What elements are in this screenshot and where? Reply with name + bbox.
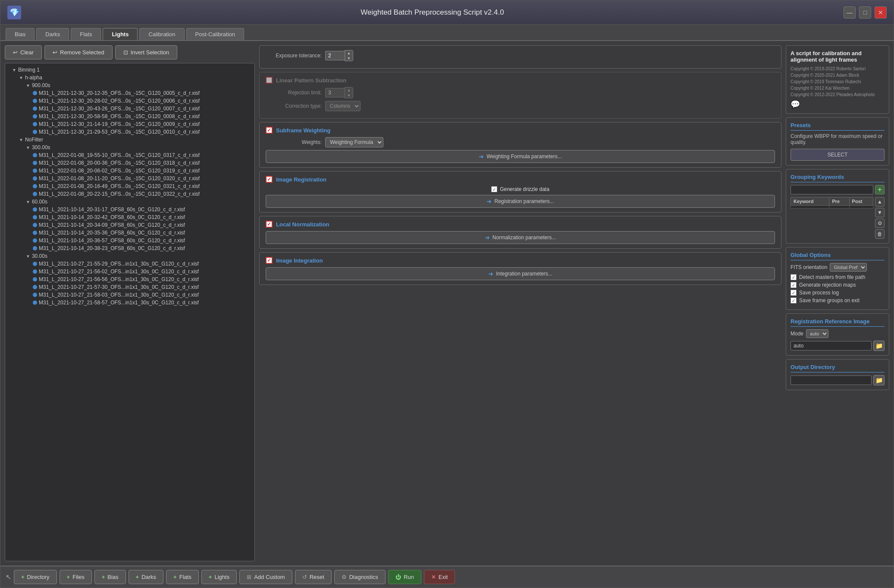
list-item[interactable]: M31_L_2021-12-30_20-58-58_OFS...0s_-15C_… [5, 113, 254, 120]
fits-orientation-select[interactable]: Global Pref [830, 263, 867, 272]
save-process-checkbox[interactable] [790, 290, 797, 296]
remove-selected-button[interactable]: ↩ Remove Selected [44, 45, 113, 59]
rejection-up-button[interactable]: ▲ [345, 88, 353, 93]
list-item[interactable]: M31_L_2021-12-30_20-12-35_OFS...0s_-15C_… [5, 89, 254, 97]
weighting-formula-button[interactable]: ➜ Weighting Formula parameters... [266, 150, 775, 163]
registration-params-button[interactable]: ➜ Registration parameters... [266, 195, 775, 208]
reg-ref-input[interactable] [790, 341, 872, 350]
list-item[interactable]: M31_L_2021-10-14_20-34-09_OFS8_60s_0C_G1… [5, 221, 254, 229]
reg-ref-browse-button[interactable]: 📁 [873, 341, 885, 351]
list-item[interactable]: M31_L_2021-10-14_20-35-36_OFS8_60s_0C_G1… [5, 229, 254, 237]
directory-button[interactable]: + Directory [14, 570, 57, 584]
local-norm-checkbox[interactable] [266, 221, 273, 228]
detect-masters-checkbox[interactable] [790, 274, 797, 280]
correction-select[interactable]: Columns [325, 101, 361, 111]
list-item[interactable]: M31_L_2022-01-08_20-00-36_OFS...0s_-15C_… [5, 159, 254, 167]
normalization-params-button[interactable]: ➜ Normalization parameters... [266, 231, 775, 244]
tab-darks[interactable]: Darks [36, 28, 69, 40]
tree-group-30s[interactable]: ▼ 30.00s [5, 252, 254, 260]
tab-lights[interactable]: Lights [103, 28, 138, 40]
list-item[interactable]: M31_L_2021-10-27_21-58-03_OFS...in1x1_30… [5, 291, 254, 299]
list-item[interactable]: M31_L_2021-10-14_20-38-23_OFS8_60s_0C_G1… [5, 244, 254, 252]
exposure-up-button[interactable]: ▲ [345, 50, 353, 56]
exposure-down-button[interactable]: ▼ [345, 56, 353, 61]
gen-rejection-checkbox[interactable] [790, 282, 797, 288]
tree-group-60s[interactable]: ▼ 60.00s [5, 198, 254, 206]
output-dir-input[interactable] [790, 375, 872, 385]
list-item[interactable]: M31_L_2021-10-27_21-55-29_OFS...in1x1_30… [5, 260, 254, 268]
tab-bias[interactable]: Bias [6, 28, 35, 40]
list-item[interactable]: M31_L_2021-12-30_20-43-26_OFS...0s_-15C_… [5, 105, 254, 113]
save-frame-checkbox[interactable] [790, 297, 797, 303]
list-item[interactable]: M31_L_2021-12-30_21-14-19_OFS...0s_-15C_… [5, 120, 254, 128]
list-item[interactable]: M31_L_2021-10-14_20-31-17_OFS8_60s_0C_G1… [5, 206, 254, 213]
list-item[interactable]: M31_L_2021-10-27_21-57-30_OFS...in1x1_30… [5, 283, 254, 291]
output-dir-browse-button[interactable]: 📁 [873, 375, 885, 385]
lights-button[interactable]: + Lights [201, 570, 237, 584]
tree-group-halpha[interactable]: ▼ h-alpha [5, 74, 254, 81]
keyword-input[interactable] [790, 185, 873, 194]
list-item[interactable]: M31_L_2021-10-27_21-56-56_OFS...in1x1_30… [5, 275, 254, 283]
list-item[interactable]: M31_L_2021-10-27_21-56-02_OFS...in1x1_30… [5, 268, 254, 275]
invert-selection-button[interactable]: ⊡ Invert Selection [115, 45, 178, 59]
presets-select-button[interactable]: SELECT [790, 149, 885, 161]
tree-group-binning[interactable]: ▼ Binning 1 [5, 66, 254, 74]
list-item[interactable]: M31_L_2022-01-08_20-22-15_OFS...0s_-15C_… [5, 190, 254, 198]
flats-button[interactable]: + Flats [166, 570, 199, 584]
move-down-button[interactable]: ▼ [875, 208, 885, 217]
registration-checkbox[interactable] [266, 176, 273, 183]
file-dot-icon [33, 246, 37, 250]
bias-button[interactable]: + Bias [94, 570, 126, 584]
delete-keyword-button[interactable]: 🗑 [875, 229, 885, 239]
mode-select[interactable]: auto [806, 329, 828, 338]
left-panel: ↩ Clear ↩ Remove Selected ⊡ Invert Selec… [5, 45, 255, 561]
weights-select[interactable]: Weighting Formula [325, 137, 383, 147]
tab-calibration[interactable]: Calibration [139, 28, 184, 40]
list-item[interactable]: M31_L_2021-10-27_21-58-57_OFS...in1x1_30… [5, 299, 254, 307]
add-keyword-button[interactable]: + [875, 185, 885, 194]
tree-group-300s[interactable]: ▼ 300.00s [5, 144, 254, 151]
tab-post-calibration[interactable]: Post-Calibration [186, 28, 245, 40]
tree-group-nofilter[interactable]: ▼ NoFilter [5, 136, 254, 144]
global-options-box: Global Options FITS orientation Global P… [786, 247, 889, 310]
exposure-input[interactable] [325, 51, 345, 60]
main-window: 💎 Weighted Batch Preprocessing Script v2… [0, 0, 894, 588]
rejection-input[interactable] [325, 88, 345, 97]
files-button[interactable]: + Files [60, 570, 92, 584]
list-item[interactable]: M31_L_2022-01-08_20-16-49_OFS...0s_-15C_… [5, 182, 254, 190]
drizzle-checkbox[interactable] [491, 186, 497, 192]
linear-pattern-checkbox[interactable] [266, 77, 273, 84]
minimize-button[interactable]: — [844, 6, 856, 19]
list-item[interactable]: M31_L_2022-01-08_19-55-10_OFS...0s_-15C_… [5, 151, 254, 159]
list-item[interactable]: M31_L_2021-12-30_20-28-02_OFS...0s_-15C_… [5, 97, 254, 105]
add-custom-button[interactable]: ⊞ Add Custom [239, 570, 292, 584]
clear-icon: ↩ [13, 49, 18, 56]
gen-rejection-label: Generate rejection maps [799, 282, 856, 288]
close-button[interactable]: ✕ [875, 6, 887, 19]
exit-button[interactable]: ✕ Exit [424, 570, 455, 584]
darks-button[interactable]: + Darks [129, 570, 164, 584]
reset-icon: ↺ [302, 574, 307, 580]
subframe-checkbox[interactable] [266, 127, 273, 134]
integration-checkbox[interactable] [266, 257, 273, 264]
move-up-button[interactable]: ▲ [875, 197, 885, 206]
list-item[interactable]: M31_L_2022-01-08_20-06-02_OFS...0s_-15C_… [5, 167, 254, 175]
settings-button[interactable]: ⚙ [875, 219, 885, 228]
list-item[interactable]: M31_L_2021-10-14_20-36-57_OFS8_60s_0C_G1… [5, 237, 254, 244]
clear-button[interactable]: ↩ Clear [5, 45, 42, 59]
maximize-button[interactable]: □ [859, 6, 871, 19]
file-dot-icon [33, 106, 37, 111]
rejection-down-button[interactable]: ▼ [345, 93, 353, 98]
diagnostics-button[interactable]: ⚙ Diagnostics [334, 570, 386, 584]
invert-icon: ⊡ [123, 49, 128, 56]
list-item[interactable]: M31_L_2021-10-14_20-32-42_OFS8_60s_0C_G1… [5, 213, 254, 221]
integration-header: Image Integration [266, 257, 775, 264]
run-button[interactable]: ⏻ Run [388, 570, 421, 584]
list-item[interactable]: M31_L_2022-01-08_20-11-20_OFS...0s_-15C_… [5, 175, 254, 182]
pre-col-header: Pre [829, 197, 849, 206]
tab-flats[interactable]: Flats [71, 28, 101, 40]
list-item[interactable]: M31_L_2021-12-30_21-29-53_OFS...0s_-15C_… [5, 128, 254, 136]
integration-params-button[interactable]: ➜ Integration parameters... [266, 267, 775, 280]
reset-button[interactable]: ↺ Reset [295, 570, 332, 584]
tree-group-900s[interactable]: ▼ 900.00s [5, 81, 254, 89]
